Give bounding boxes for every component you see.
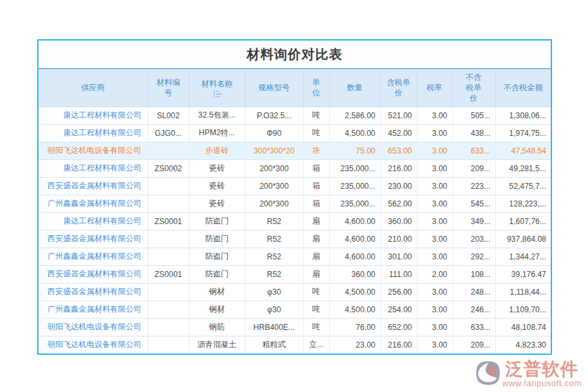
cell-tax-rate: 3.00 (417, 301, 452, 318)
col-header-label: 税率 (427, 82, 442, 93)
cell-material-code: ZS0001 (148, 212, 189, 230)
cell-tax-rate: 3.00 (417, 124, 452, 142)
cell-supplier[interactable]: 西安盛器金属材料有限公司 (39, 265, 148, 283)
col-header-label: 材料名称 (201, 78, 233, 89)
cell-no-tax-amount: 1,344,27... (495, 248, 551, 265)
col-header-quantity[interactable]: 数量 (329, 69, 380, 106)
col-header-no-tax-price[interactable]: 不含 税单 价 (452, 69, 495, 106)
cell-material-name: 防盗门 (189, 212, 245, 230)
cell-tax-price: 216.00 (380, 159, 417, 177)
table-row[interactable]: 西安盛器金属材料有限公司防盗门R52扇4,600.00210.003.00203… (39, 230, 551, 248)
cell-supplier[interactable]: 西安盛器金属材料有限公司 (39, 230, 148, 248)
cell-tax-rate: 3.00 (417, 248, 452, 265)
table-row[interactable]: 朝阳飞达机电设备有限公司步道砖300*300*20块75.00653.003.0… (39, 142, 551, 159)
cell-no-tax-amount: 1,974,75... (495, 124, 551, 142)
cell-material-code (148, 248, 189, 265)
col-header-label: 规格型号 (259, 82, 290, 93)
table-row[interactable]: 西安盛器金属材料有限公司ZS0001防盗门R52扇360.00111.002.0… (39, 265, 551, 283)
col-header-unit[interactable]: 单 位 (303, 69, 329, 106)
cell-material-name: 防盗门 (189, 230, 245, 248)
cell-tax-price: 653.00 (380, 142, 417, 159)
cell-supplier[interactable]: 康达工程材料有限公司 (39, 124, 148, 142)
table-row[interactable]: 康达工程材料有限公司ZS0001防盗门R52扇4,600.00360.003.0… (39, 212, 551, 230)
cell-tax-rate: 2.00 (417, 265, 452, 283)
cell-no-tax-price: 633... (452, 142, 495, 159)
col-header-tax-rate[interactable]: 税率 (417, 69, 452, 106)
cell-no-tax-amount: 39,176.47 (495, 265, 551, 283)
col-header-spec-model[interactable]: 规格型号 (245, 69, 303, 106)
cell-tax-rate: 3.00 (417, 142, 452, 159)
cell-unit: 箱 (303, 177, 329, 195)
table-row[interactable]: 广州鑫鑫金属材料有限公司钢材φ30吨4,500.00254.003.00246.… (39, 301, 551, 318)
col-header-label: 不含 税单 价 (466, 72, 482, 104)
cell-tax-rate: 3.00 (417, 283, 452, 301)
cell-tax-price: 652.00 (380, 318, 417, 336)
cell-supplier[interactable]: 康达工程材料有限公司 (39, 212, 148, 230)
cell-no-tax-price: 209... (452, 159, 495, 177)
cell-unit: 块 (303, 142, 329, 159)
cell-supplier[interactable]: 朝阳飞达机电设备有限公司 (39, 318, 148, 336)
cell-no-tax-amount: 1,308,06... (495, 106, 551, 124)
cell-no-tax-amount: 47,548.54 (495, 142, 551, 159)
cell-material-name: 钢材 (189, 283, 245, 301)
cell-unit: 吨 (303, 301, 329, 318)
cell-spec-model: φ30 (245, 283, 303, 301)
table-row[interactable]: 康达工程材料有限公司SL00232.5包装...P.O32.5...吨2,586… (39, 106, 551, 124)
cell-supplier[interactable]: 朝阳飞达机电设备有限公司 (39, 336, 148, 353)
table-row[interactable]: 朝阳飞达机电设备有限公司沥青混凝土粗粒式立...23.00216.003.002… (39, 336, 551, 353)
cell-material-code (148, 301, 189, 318)
cell-quantity: 75.00 (329, 142, 380, 159)
cell-quantity: 4,600.00 (329, 212, 380, 230)
cell-unit: 吨 (303, 318, 329, 336)
brand-footer: 泛普软件 www.fanpusoft.com (476, 360, 581, 388)
table-row[interactable]: 西安盛器金属材料有限公司钢材φ30吨4,500.00256.003.00248.… (39, 283, 551, 301)
cell-spec-model: R52 (245, 212, 303, 230)
cell-supplier[interactable]: 广州鑫鑫金属材料有限公司 (39, 248, 148, 265)
cell-tax-price: 301.00 (380, 248, 417, 265)
cell-supplier[interactable]: 康达工程材料有限公司 (39, 106, 148, 124)
col-header-no-tax-amount[interactable]: 不含税金额 (495, 69, 551, 106)
cell-tax-price: 452.00 (380, 124, 417, 142)
cell-no-tax-amount: 1,118,44... (495, 283, 551, 301)
cell-tax-price: 256.00 (380, 283, 417, 301)
cell-quantity: 360.00 (329, 265, 380, 283)
cell-spec-model: Φ90 (245, 124, 303, 142)
cell-no-tax-price: 349... (452, 212, 495, 230)
cell-quantity: 4,600.00 (329, 230, 380, 248)
col-header-supplier[interactable]: 供应商 (39, 69, 148, 106)
cell-supplier[interactable]: 西安盛器金属材料有限公司 (39, 177, 148, 195)
brand-text: 泛普软件 www.fanpusoft.com (502, 360, 581, 388)
table-row[interactable]: 康达工程材料有限公司GJG0...HPM2特...Φ90吨4,500.00452… (39, 124, 551, 142)
cell-supplier[interactable]: 西安盛器金属材料有限公司 (39, 283, 148, 301)
cell-supplier[interactable]: 广州鑫鑫金属材料有限公司 (39, 301, 148, 318)
cell-material-code (148, 283, 189, 301)
col-header-material-name[interactable]: 材料名称 (189, 69, 245, 106)
cell-material-name: 32.5包装... (189, 106, 245, 124)
cell-no-tax-price: 203... (452, 230, 495, 248)
cell-no-tax-price: 505... (452, 106, 495, 124)
table-row[interactable]: 西安盛器金属材料有限公司瓷砖200*300箱235,000...230.003.… (39, 177, 551, 195)
cell-supplier[interactable]: 广州鑫鑫金属材料有限公司 (39, 195, 148, 212)
cell-tax-rate: 3.00 (417, 336, 452, 353)
cell-no-tax-price: 633... (452, 318, 495, 336)
table-row[interactable]: 广州鑫鑫金属材料有限公司防盗门R52扇4,600.00301.003.00292… (39, 248, 551, 265)
col-header-material-code[interactable]: 材料编 号 (148, 69, 189, 106)
col-header-tax-price[interactable]: 含税单 价 (380, 69, 417, 106)
cell-tax-rate: 3.00 (417, 106, 452, 124)
cell-no-tax-amount: 52,475,7... (495, 177, 551, 195)
cell-supplier[interactable]: 康达工程材料有限公司 (39, 159, 148, 177)
cell-material-code (148, 195, 189, 212)
cell-unit: 吨 (303, 124, 329, 142)
cell-tax-rate: 3.00 (417, 195, 452, 212)
table-row[interactable]: 康达工程材料有限公司ZS0002瓷砖200*300箱235,000...216.… (39, 159, 551, 177)
sort-icon[interactable] (213, 90, 221, 97)
page: 材料询价对比表 供应商材料编 号材料名称规格型号单 位数量含税单 价税率不含 税… (0, 0, 588, 392)
table-body: 康达工程材料有限公司SL00232.5包装...P.O32.5...吨2,586… (39, 106, 551, 353)
cell-supplier[interactable]: 朝阳飞达机电设备有限公司 (39, 142, 148, 159)
cell-material-name: 防盗门 (189, 265, 245, 283)
table-row[interactable]: 广州鑫鑫金属材料有限公司瓷砖200*300箱235,000...562.003.… (39, 195, 551, 212)
cell-no-tax-amount: 48,108.74 (495, 318, 551, 336)
cell-quantity: 235,000... (329, 195, 380, 212)
header-row: 供应商材料编 号材料名称规格型号单 位数量含税单 价税率不含 税单 价不含税金额 (39, 69, 551, 106)
table-row[interactable]: 朝阳飞达机电设备有限公司钢筋HRB400E...吨76.00652.003.00… (39, 318, 551, 336)
